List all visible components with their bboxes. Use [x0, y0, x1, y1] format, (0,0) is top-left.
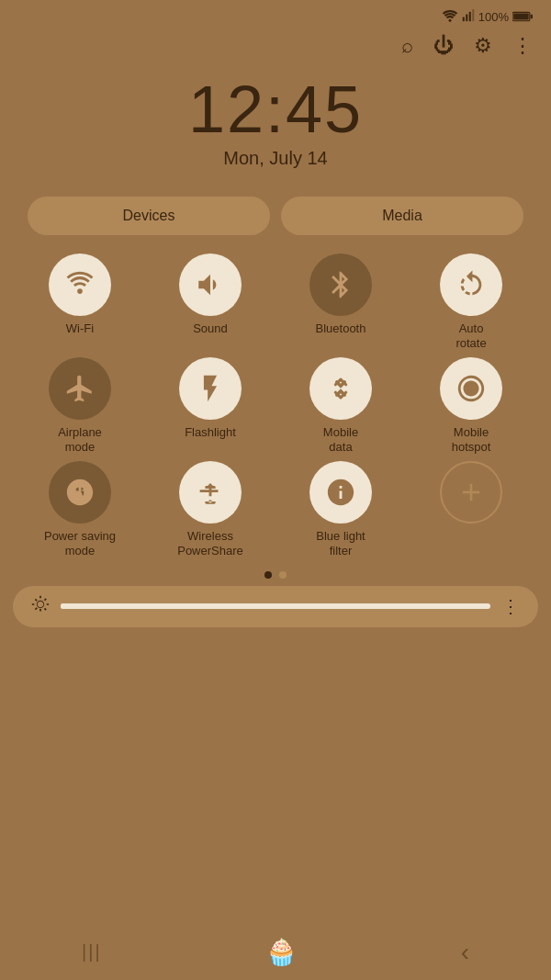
bluetooth-icon-circle: [309, 253, 372, 316]
airplane-icon-circle: [49, 357, 111, 420]
settings-icon[interactable]: ⚙: [474, 34, 492, 58]
mobiledata-label: Mobiledata: [323, 425, 358, 454]
svg-rect-2: [466, 15, 467, 22]
brightness-more-icon[interactable]: ⋮: [501, 595, 520, 617]
brightness-fill: [61, 603, 232, 609]
battery-percentage: 100%: [478, 10, 509, 24]
autorotate-icon-circle: [440, 253, 502, 316]
wireless-label: WirelessPowerShare: [177, 529, 243, 558]
brightness-icon: [31, 595, 50, 618]
dot-1: [264, 571, 272, 579]
hotspot-icon-circle: [440, 357, 502, 420]
autorotate-toggle[interactable]: Autorotate: [408, 253, 534, 350]
svg-rect-4: [472, 9, 474, 21]
media-tab[interactable]: Media: [281, 197, 523, 235]
sound-toggle[interactable]: Sound: [147, 253, 274, 350]
wireless-toggle[interactable]: WirelessPowerShare: [147, 461, 274, 558]
power-icon[interactable]: ⏻: [433, 34, 454, 58]
add-icon-circle: [440, 461, 502, 524]
wifi-status-icon: [442, 9, 458, 25]
tab-row: Devices Media: [0, 187, 551, 253]
wifi-toggle[interactable]: Wi-Fi: [17, 253, 143, 350]
airplane-label: Airplanemode: [58, 425, 102, 454]
flashlight-label: Flashlight: [185, 425, 236, 440]
svg-rect-6: [513, 13, 529, 19]
sound-icon-circle: [179, 253, 242, 316]
sound-label: Sound: [193, 321, 228, 336]
mobiledata-toggle[interactable]: Mobiledata: [277, 357, 404, 454]
status-bar: 100%: [0, 0, 551, 28]
recents-nav-icon[interactable]: |||: [82, 941, 102, 963]
page-indicator: [0, 558, 551, 586]
powersaving-icon-circle: [49, 461, 111, 524]
svg-point-0: [448, 19, 451, 22]
flashlight-toggle[interactable]: Flashlight: [147, 357, 274, 454]
clock-time: 12:45: [0, 76, 551, 142]
svg-rect-7: [531, 14, 533, 18]
more-icon[interactable]: ⋮: [512, 34, 533, 58]
bluelight-label: Blue lightfilter: [316, 529, 365, 558]
bottom-nav: ||| 🧁 ‹: [0, 924, 551, 980]
powersaving-label: Power savingmode: [44, 529, 116, 558]
flashlight-icon-circle: [179, 357, 242, 420]
hotspot-label: Mobilehotspot: [452, 425, 491, 454]
wifi-icon-circle: [49, 253, 111, 316]
bluetooth-toggle[interactable]: Bluetooth: [277, 253, 404, 350]
top-icons-row: ⌕ ⏻ ⚙ ⋮: [0, 28, 551, 67]
add-button[interactable]: [408, 461, 534, 558]
brightness-control[interactable]: ⋮: [13, 586, 538, 627]
wireless-icon-circle: [179, 461, 242, 524]
clock-section: 12:45 Mon, July 14: [0, 67, 551, 187]
quick-settings-grid: Wi-Fi Sound Bluetooth Autorotate: [0, 253, 551, 558]
search-icon[interactable]: ⌕: [401, 34, 413, 58]
signal-status-icon: [462, 9, 475, 25]
bluelight-icon-circle: [309, 461, 372, 524]
brightness-track[interactable]: [61, 603, 490, 609]
wifi-label: Wi-Fi: [66, 321, 94, 336]
airplane-toggle[interactable]: Airplanemode: [17, 357, 143, 454]
back-nav-icon[interactable]: ‹: [461, 938, 469, 967]
svg-rect-3: [468, 12, 470, 21]
clock-date: Mon, July 14: [0, 148, 551, 169]
hotspot-toggle[interactable]: Mobilehotspot: [408, 357, 534, 454]
powersaving-toggle[interactable]: Power savingmode: [17, 461, 143, 558]
bluelight-toggle[interactable]: Blue lightfilter: [277, 461, 404, 558]
autorotate-label: Autorotate: [455, 321, 486, 350]
svg-point-8: [77, 288, 83, 294]
battery-icon: [512, 10, 533, 25]
svg-rect-1: [462, 17, 464, 21]
dot-2: [279, 571, 287, 579]
bluetooth-label: Bluetooth: [316, 321, 366, 336]
mobiledata-icon-circle: [309, 357, 372, 420]
devices-tab[interactable]: Devices: [28, 197, 270, 235]
home-nav-icon[interactable]: 🧁: [265, 937, 298, 967]
